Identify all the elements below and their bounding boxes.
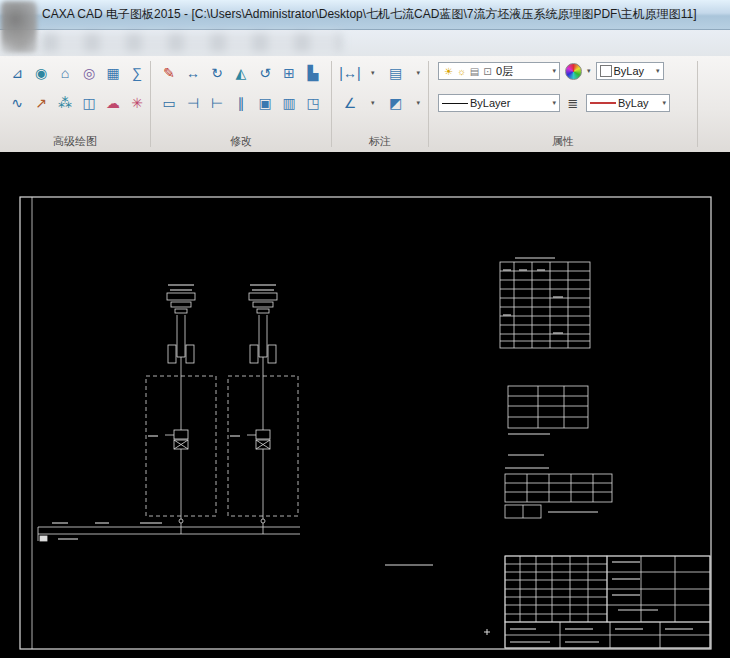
scatter-points-icon[interactable]: ⁂ — [54, 92, 76, 114]
ribbon-group-properties: ☀☼▤⊡ 0层 ▾ ▾ ByLay ▾ ByLayer ▾ ≣ ByLay — [432, 56, 694, 152]
coordinate-dimension-icon-caret[interactable]: ▾ — [371, 99, 375, 107]
advanced-draw-row-1: ⊿◉⌂◎▦∑ — [6, 62, 148, 84]
ribbon-group-advanced-draw: ⊿◉⌂◎▦∑ ∿↗⁂◫☁✳ 高级绘图 — [2, 56, 148, 152]
window-title: CAXA CAD 电子图板2015 - [C:\Users\Administra… — [42, 6, 697, 23]
datum-symbol-icon-caret[interactable]: ▾ — [417, 99, 421, 107]
group-separator — [428, 61, 429, 147]
lineweight-icon[interactable]: ≣ — [565, 92, 581, 114]
polygon-tool-icon[interactable]: ⌂ — [54, 62, 76, 84]
ribbon-group-annotate: |↔|▾▤▾ ∠▾◩▾ 标注 — [335, 56, 425, 152]
lineweight-select[interactable]: ByLay ▾ — [586, 94, 670, 112]
mirror-icon[interactable]: ◭ — [230, 62, 252, 84]
ribbon-group-modify: ✎↔↻◭↺⊞▙ ▭⊣⊢∥▣▥◳ 修改 — [154, 56, 328, 152]
modify-row-2: ▭⊣⊢∥▣▥◳ — [158, 92, 324, 114]
inspect-tool-icon[interactable]: ◎ — [78, 62, 100, 84]
layer-select-caret[interactable]: ▾ — [552, 67, 556, 75]
group-label-modify: 修改 — [154, 134, 328, 149]
rotate-icon[interactable]: ↻ — [206, 62, 228, 84]
advanced-draw-row-2: ∿↗⁂◫☁✳ — [6, 92, 148, 114]
rect-array-icon[interactable]: ⊞ — [278, 62, 300, 84]
paste-icon[interactable]: ◳ — [302, 92, 324, 114]
dimension-icon-caret[interactable]: ▾ — [371, 69, 375, 77]
extend-icon[interactable]: ⊢ — [206, 92, 228, 114]
linetype-select-value: ByLayer — [470, 97, 510, 109]
stairs-icon[interactable]: ▙ — [302, 62, 324, 84]
drawing-geometry — [20, 197, 711, 649]
modify-row-1: ✎↔↻◭↺⊞▙ — [158, 62, 324, 84]
color-select-value: ByLay — [614, 65, 645, 77]
group-label-advanced-draw: 高级绘图 — [2, 134, 148, 149]
group-separator — [150, 61, 151, 147]
cloud-line-icon[interactable]: ☁ — [102, 92, 124, 114]
image-annotation-icon[interactable]: ▤ — [385, 62, 407, 84]
trim-icon[interactable]: ⊣ — [182, 92, 204, 114]
title-bar: CAXA CAD 电子图板2015 - [C:\Users\Administra… — [0, 0, 730, 30]
linetype-select[interactable]: ByLayer ▾ — [438, 94, 560, 112]
group-separator — [331, 61, 332, 147]
scale-icon[interactable]: ▣ — [254, 92, 276, 114]
wave-line-icon[interactable]: ∿ — [6, 92, 28, 114]
pattern-tool-icon[interactable]: ✳ — [126, 92, 148, 114]
lineweight-select-caret[interactable]: ▾ — [662, 99, 666, 107]
tab-labels-smudge — [42, 33, 342, 52]
erase-icon[interactable]: ✎ — [158, 62, 180, 84]
block-tool-icon[interactable]: ◫ — [78, 92, 100, 114]
image-annotation-icon-caret[interactable]: ▾ — [417, 69, 421, 77]
color-select[interactable]: ByLay ▾ — [596, 62, 664, 80]
dimension-icon[interactable]: |↔| — [339, 62, 361, 84]
layer-sun-icon[interactable]: ☼ — [455, 64, 468, 78]
linetype-select-caret[interactable]: ▾ — [552, 99, 556, 107]
app-menu-smudge — [1, 1, 37, 53]
layer-select[interactable]: ☀☼▤⊡ 0层 ▾ — [438, 62, 560, 80]
coordinate-dimension-icon[interactable]: ∠ — [339, 92, 361, 114]
lineweight-select-value: ByLay — [618, 97, 649, 109]
color-wheel-caret[interactable]: ▾ — [587, 67, 591, 75]
layer-visibility-icon[interactable]: ☀ — [442, 64, 455, 78]
circular-array-icon[interactable]: ↺ — [254, 62, 276, 84]
layer-select-value: 0层 — [496, 64, 513, 79]
color-wheel-icon[interactable] — [565, 63, 582, 80]
lineweight-preview — [590, 102, 616, 104]
offset-icon[interactable]: ∥ — [230, 92, 252, 114]
group-separator — [697, 61, 698, 147]
annotate-row-2: ∠▾◩▾ — [339, 92, 420, 114]
current-color-swatch — [600, 65, 612, 77]
cad-drawing[interactable] — [0, 152, 730, 658]
linetype-preview — [442, 103, 468, 104]
move-icon[interactable]: ↔ — [182, 62, 204, 84]
drawing-canvas[interactable] — [0, 152, 730, 658]
annotate-row-1: |↔|▾▤▾ — [339, 62, 420, 84]
copy-icon[interactable]: ▥ — [278, 92, 300, 114]
table-tool-icon[interactable]: ▦ — [102, 62, 124, 84]
color-select-caret[interactable]: ▾ — [656, 67, 660, 75]
layer-print-icon[interactable]: ▤ — [468, 64, 481, 78]
ribbon: ⊿◉⌂◎▦∑ ∿↗⁂◫☁✳ 高级绘图 ✎↔↻◭↺⊞▙ ▭⊣⊢∥▣▥◳ 修改 |↔… — [0, 56, 730, 153]
contour-tool-icon[interactable]: ⊿ — [6, 62, 28, 84]
stretch-icon[interactable]: ▭ — [158, 92, 180, 114]
group-label-properties: 属性 — [432, 134, 694, 149]
layer-state-icons: ☀☼▤⊡ — [442, 64, 494, 78]
datum-symbol-icon[interactable]: ◩ — [385, 92, 407, 114]
eye-tool-icon[interactable]: ◉ — [30, 62, 52, 84]
leader-arrow-icon[interactable]: ↗ — [30, 92, 52, 114]
layer-lock-icon[interactable]: ⊡ — [481, 64, 494, 78]
group-label-annotate: 标注 — [335, 134, 425, 149]
formula-tool-icon[interactable]: ∑ — [126, 62, 148, 84]
